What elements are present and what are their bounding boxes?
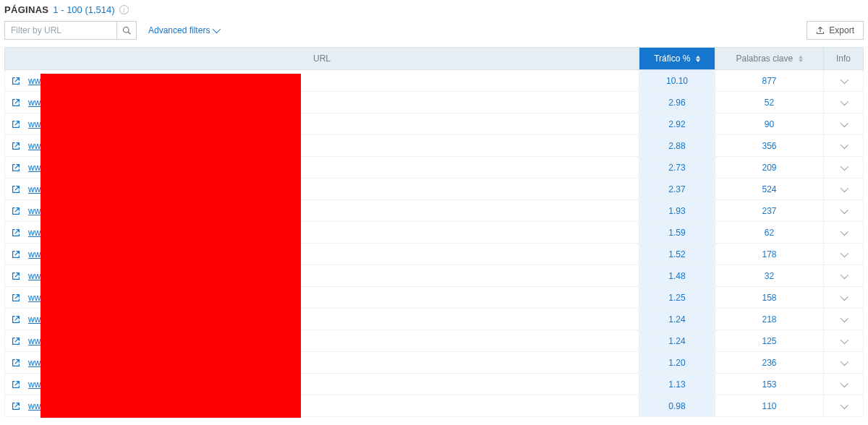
chevron-down-icon [841, 97, 848, 105]
external-link-icon[interactable] [11, 98, 21, 108]
traffic-cell[interactable]: 2.37 [639, 179, 715, 200]
toolbar: Advanced filters Export [4, 21, 864, 40]
chevron-down-icon [841, 314, 848, 322]
expand-cell[interactable] [824, 330, 864, 352]
external-link-icon[interactable] [11, 119, 21, 129]
keywords-cell[interactable]: 62 [715, 222, 824, 244]
traffic-cell[interactable]: 10.10 [639, 70, 715, 92]
traffic-cell[interactable]: 1.93 [639, 200, 715, 222]
chevron-down-icon [841, 335, 848, 343]
external-link-icon[interactable] [11, 314, 21, 325]
traffic-cell[interactable]: 1.20 [639, 352, 715, 374]
expand-cell[interactable] [824, 157, 864, 179]
expand-cell[interactable] [824, 92, 864, 113]
export-label: Export [829, 25, 854, 35]
keywords-cell[interactable]: 356 [715, 135, 824, 157]
keywords-cell[interactable]: 110 [715, 395, 824, 417]
traffic-cell[interactable]: 1.59 [639, 222, 715, 244]
keywords-cell[interactable]: 236 [715, 352, 824, 374]
expand-cell[interactable] [824, 352, 864, 374]
chevron-down-icon [841, 400, 848, 408]
external-link-icon[interactable] [11, 271, 21, 281]
expand-cell[interactable] [824, 113, 864, 135]
chevron-down-icon [841, 357, 848, 365]
keywords-cell[interactable]: 237 [715, 200, 824, 222]
chevron-down-icon [841, 162, 848, 170]
chevron-down-icon [841, 227, 848, 235]
chevron-down-icon [841, 119, 848, 126]
external-link-icon[interactable] [11, 228, 21, 238]
keywords-cell[interactable]: 90 [715, 113, 824, 135]
chevron-down-icon [841, 75, 848, 83]
keywords-cell[interactable]: 158 [715, 287, 824, 309]
col-traffic[interactable]: Tráfico % [639, 48, 715, 70]
filter-wrap [4, 21, 137, 40]
external-link-icon[interactable] [11, 163, 21, 173]
expand-cell[interactable] [824, 309, 864, 330]
svg-point-0 [124, 27, 129, 33]
traffic-cell[interactable]: 2.92 [639, 113, 715, 135]
keywords-cell[interactable]: 218 [715, 309, 824, 330]
keywords-cell[interactable]: 524 [715, 179, 824, 200]
external-link-icon[interactable] [11, 206, 21, 216]
chevron-down-icon [213, 25, 221, 33]
traffic-cell[interactable]: 1.52 [639, 244, 715, 265]
external-link-icon[interactable] [11, 184, 21, 194]
traffic-cell[interactable]: 0.98 [639, 395, 715, 417]
filter-url-input[interactable] [4, 21, 116, 40]
redaction-overlay [41, 74, 301, 418]
col-url[interactable]: URL [5, 48, 639, 70]
expand-cell[interactable] [824, 395, 864, 417]
external-link-icon[interactable] [11, 358, 21, 368]
filter-search-button[interactable] [116, 21, 137, 40]
chevron-down-icon [841, 379, 848, 387]
svg-line-1 [128, 32, 130, 34]
traffic-cell[interactable]: 1.48 [639, 265, 715, 287]
expand-cell[interactable] [824, 287, 864, 309]
expand-cell[interactable] [824, 70, 864, 92]
advanced-filters-label: Advanced filters [148, 25, 210, 35]
expand-cell[interactable] [824, 374, 864, 395]
keywords-cell[interactable]: 877 [715, 70, 824, 92]
keywords-cell[interactable]: 209 [715, 157, 824, 179]
advanced-filters-link[interactable]: Advanced filters [148, 25, 218, 35]
external-link-icon[interactable] [11, 249, 21, 259]
traffic-cell[interactable]: 1.13 [639, 374, 715, 395]
traffic-cell[interactable]: 2.96 [639, 92, 715, 113]
traffic-cell[interactable]: 1.24 [639, 309, 715, 330]
expand-cell[interactable] [824, 200, 864, 222]
traffic-cell[interactable]: 2.73 [639, 157, 715, 179]
traffic-cell[interactable]: 1.24 [639, 330, 715, 352]
external-link-icon[interactable] [11, 293, 21, 303]
keywords-cell[interactable]: 178 [715, 244, 824, 265]
traffic-cell[interactable]: 1.25 [639, 287, 715, 309]
sort-icon [799, 56, 803, 62]
col-info: Info [824, 48, 864, 70]
chevron-down-icon [841, 249, 848, 257]
traffic-cell[interactable]: 2.88 [639, 135, 715, 157]
keywords-cell[interactable]: 32 [715, 265, 824, 287]
heading-range: 1 - 100 (1,514) [53, 4, 114, 15]
expand-cell[interactable] [824, 244, 864, 265]
external-link-icon[interactable] [11, 379, 21, 390]
chevron-down-icon [841, 292, 848, 300]
external-link-icon[interactable] [11, 401, 21, 411]
external-link-icon[interactable] [11, 336, 21, 346]
keywords-cell[interactable]: 153 [715, 374, 824, 395]
external-link-icon[interactable] [11, 141, 21, 151]
keywords-cell[interactable]: 52 [715, 92, 824, 113]
external-link-icon[interactable] [11, 76, 21, 86]
heading-label: PÁGINAS [4, 4, 48, 15]
expand-cell[interactable] [824, 222, 864, 244]
keywords-cell[interactable]: 125 [715, 330, 824, 352]
export-button[interactable]: Export [807, 21, 864, 40]
chevron-down-icon [841, 205, 848, 213]
expand-cell[interactable] [824, 135, 864, 157]
col-keywords[interactable]: Palabras clave [715, 48, 824, 70]
info-icon[interactable]: i [119, 5, 129, 14]
sort-icon [696, 56, 700, 62]
expand-cell[interactable] [824, 265, 864, 287]
page-heading: PÁGINAS 1 - 100 (1,514) i [4, 4, 864, 15]
expand-cell[interactable] [824, 179, 864, 200]
chevron-down-icon [841, 140, 848, 148]
